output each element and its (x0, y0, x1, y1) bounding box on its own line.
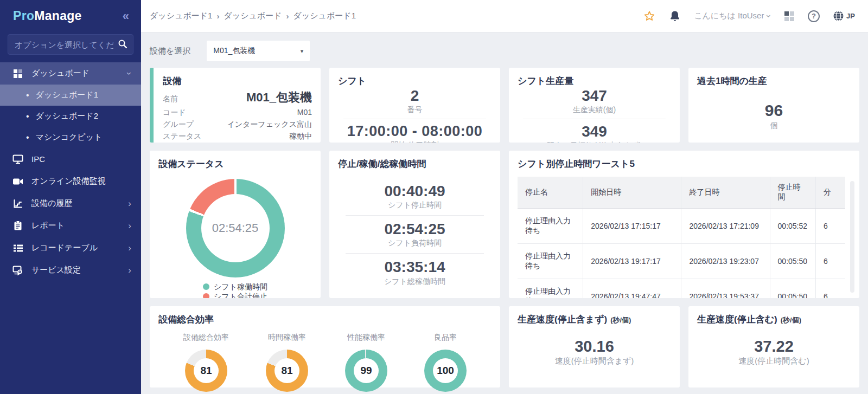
sidebar-item-machine-cockpit[interactable]: • マシンコクピット (0, 127, 141, 148)
table-scrollbar[interactable] (850, 181, 854, 293)
status-donut-chart: 02:54:25 (186, 179, 285, 277)
apps-grid-icon[interactable] (784, 11, 795, 22)
chevron-right-icon: › (128, 266, 131, 275)
chevron-right-icon: › (128, 199, 131, 208)
gauge-value: 99 (354, 358, 379, 383)
table-cell: 00:05:52 (770, 209, 816, 244)
sidebar-item-label: ダッシュボード1 (36, 90, 98, 100)
card-equipment-status: 設備ステータス 02:54:25 シフト稼働時間 シフト合計停止 (150, 151, 321, 298)
card-shift: シフト 2 番号 17:00:00 - 08:00:00 開始-終了時刻 (329, 68, 500, 143)
help-icon[interactable]: ? (808, 10, 820, 22)
field-label: コード (163, 108, 186, 118)
sidebar-item-dashboard[interactable]: ダッシュボード › (0, 62, 141, 85)
table-cell: 2026/02/13 19:23:07 (681, 244, 770, 279)
user-menu[interactable]: こんにちは ItoUser › (694, 11, 771, 21)
favorite-star-icon[interactable] (643, 10, 656, 23)
language-selector[interactable]: JP (833, 10, 855, 22)
sidebar-menu: ダッシュボード › • ダッシュボード1 • ダッシュボード2 • マシンコクピ… (0, 62, 141, 281)
column-header[interactable]: 停止時間 (770, 177, 816, 209)
equipment-select-label: 設備を選択 (150, 46, 190, 56)
production-actual-label: 生産実績(個) (518, 105, 671, 115)
table-cell: 6 (816, 209, 845, 244)
sidebar-item-dashboard2[interactable]: • ダッシュボード2 (0, 106, 141, 127)
card-speed-including-stops: 生産速度(停止含む) (秒/個) 37.22 速度(停止時間含む) (688, 306, 859, 387)
card-title: シフト (338, 75, 492, 87)
card-worst5-stops: シフト別停止時間ワースト5 停止名 開始日時 終了日時 停止時間 分 停止理由入… (509, 151, 859, 298)
gauge-label: 性能稼働率 (347, 333, 385, 343)
monitor-icon (12, 154, 24, 165)
speed-incl-label: 速度(停止時間含む) (697, 356, 851, 366)
list-icon (12, 243, 24, 254)
table-cell: 2026/02/13 17:15:17 (583, 209, 681, 244)
sidebar-item-ipc[interactable]: IPC (0, 148, 141, 170)
gauge-ring: 81 (266, 350, 308, 392)
globe-icon (833, 10, 844, 22)
equipment-select-value: M01_包装機 (213, 46, 255, 56)
sidebar-item-label: ダッシュボード2 (36, 111, 98, 121)
card-title: シフト別停止時間ワースト5 (518, 158, 845, 170)
card-speed-excluding-stops: 生産速度(停止含まず) (秒/個) 30.16 速度(停止時間含まず) (509, 306, 680, 387)
gauge-ring: 100 (424, 350, 467, 392)
table-cell: 2026/02/13 17:21:09 (681, 209, 770, 244)
column-header[interactable]: 分 (816, 177, 845, 209)
sidebar-item-equipment-history[interactable]: 設備の履歴 › (0, 192, 141, 215)
table-cell: 2026/02/13 19:53:37 (681, 279, 770, 299)
app-window: ProManage « ダッシュボード › • ダッシュボード1 • (0, 0, 868, 394)
table-row[interactable]: 停止理由入力待ち2026/02/13 19:17:172026/02/13 19… (518, 244, 845, 279)
sidebar-item-record-table[interactable]: レコードテーブル › (0, 237, 141, 259)
breadcrumb-item[interactable]: ダッシュボード (224, 11, 282, 21)
shift-stop-time: 00:40:49 (338, 183, 492, 200)
search-icon[interactable] (117, 38, 128, 49)
worst5-tbody: 停止理由入力待ち2026/02/13 17:15:172026/02/13 17… (518, 209, 845, 299)
column-header[interactable]: 開始日時 (583, 177, 681, 209)
column-header[interactable]: 終了日時 (681, 177, 770, 209)
chevron-down-icon: › (125, 72, 135, 75)
video-camera-icon (12, 176, 24, 187)
equipment-select-row: 設備を選択 M01_包装機 ▾ (150, 41, 859, 61)
gauge-oee: 設備総合効率 81 (183, 333, 229, 392)
sidebar-item-label: レコードテーブル (31, 243, 128, 253)
field-label: グループ (163, 120, 194, 130)
sidebar-item-label: ダッシュボード (31, 68, 128, 79)
gauge-ring: 99 (345, 350, 387, 392)
table-cell: 2026/02/13 19:17:17 (583, 244, 681, 279)
bullet-icon: • (26, 112, 29, 121)
notification-bell-icon[interactable] (669, 10, 681, 23)
shift-number: 2 (338, 87, 492, 105)
speed-incl-value: 37.22 (697, 338, 851, 356)
worst5-table: 停止名 開始日時 終了日時 停止時間 分 停止理由入力待ち2026/02/13 … (518, 177, 845, 298)
sidebar-item-service-settings[interactable]: サービス設定 › (0, 259, 141, 281)
shift-number-label: 番号 (338, 105, 492, 115)
card-shift-production: シフト生産量 347 生産実績(個) 349 現在の目標(個)(停止含まず) (509, 68, 680, 143)
sidebar-item-dashboard1[interactable]: • ダッシュボード1 (0, 85, 141, 106)
card-title: 設備 (163, 75, 312, 87)
chart-legend: シフト稼働時間 シフト合計停止 (203, 282, 267, 298)
table-cell: 停止理由入力待ち (518, 209, 583, 244)
chevron-right-icon: › (128, 243, 131, 253)
sidebar-search-input[interactable] (8, 34, 133, 55)
oee-gauges: 設備総合効率 81 時間稼働率 81 性能稼働率 99 良品率 (158, 333, 492, 392)
shift-total-time-label: シフト総稼働時間 (346, 277, 484, 287)
sidebar-item-online-monitoring[interactable]: オンライン設備監視 (0, 170, 141, 192)
table-row[interactable]: 停止理由入力待ち2026/02/13 17:15:172026/02/13 17… (518, 209, 845, 244)
column-header[interactable]: 停止名 (518, 177, 583, 209)
sidebar: ProManage « ダッシュボード › • ダッシュボード1 • (0, 0, 141, 394)
donut-center-value: 02:54:25 (212, 221, 259, 235)
equipment-name: M01_包装機 (246, 89, 312, 106)
card-stop-run-total-times: 停止/稼働/総稼働時間 00:40:49 シフト停止時間 02:54:25 シフ… (329, 151, 500, 298)
breadcrumb-item[interactable]: ダッシュボード1 (150, 11, 212, 21)
sidebar-item-label: レポート (31, 221, 128, 231)
gauge-label: 時間稼働率 (268, 333, 306, 343)
legend-dot (203, 293, 209, 298)
production-actual: 347 (518, 87, 671, 105)
sidebar-item-report[interactable]: レポート › (0, 215, 141, 237)
table-row[interactable]: 停止理由入力待ち2026/02/13 19:47:472026/02/13 19… (518, 279, 845, 299)
card-title: シフト生産量 (518, 75, 671, 87)
logo-manage: Manage (34, 9, 81, 23)
breadcrumb-item[interactable]: ダッシュボード1 (293, 11, 356, 21)
sidebar-collapse-icon[interactable]: « (123, 10, 129, 22)
card-equipment: 設備 名前M01_包装機 コードM01 グループインターフェックス富山 ステータ… (150, 68, 321, 143)
sidebar-item-label: 設備の履歴 (31, 198, 128, 209)
equipment-select[interactable]: M01_包装機 ▾ (207, 41, 310, 61)
card-unit: (秒/個) (610, 315, 631, 325)
